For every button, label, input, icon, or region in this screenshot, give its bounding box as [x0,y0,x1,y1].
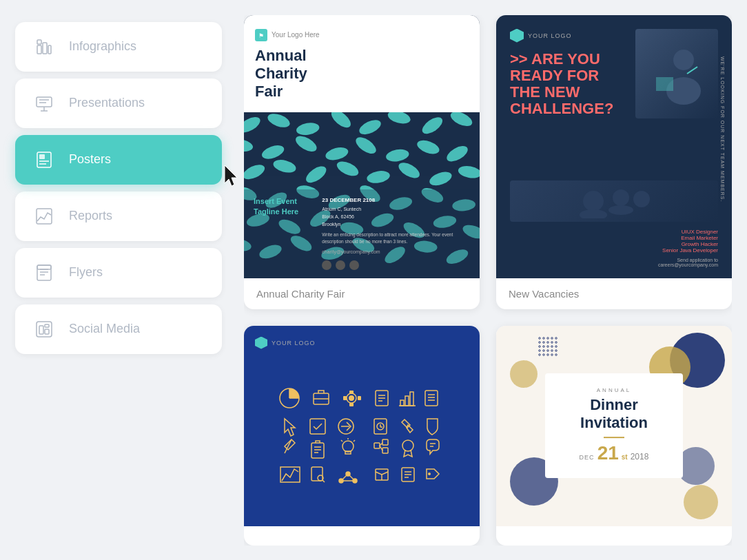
svg-point-37 [324,145,349,162]
svg-point-40 [416,138,441,156]
svg-point-33 [449,112,475,129]
svg-line-119 [341,440,342,442]
di-texture1 [538,336,558,357]
svg-rect-3 [48,45,51,54]
svg-marker-13 [225,165,237,186]
di-circle-4 [684,485,718,519]
svg-point-35 [260,143,285,161]
svg-rect-21 [39,326,43,334]
sidebar-item-label: Infographics [69,39,136,54]
svg-point-126 [402,440,413,451]
sidebar-item-label: Social Media [69,322,140,336]
di-date-row: DEC 21st 2018 [562,442,666,464]
card-business-icons[interactable]: YOUR LOGO [244,326,480,546]
sidebar-item-flyers[interactable]: Flyers [15,248,222,298]
svg-rect-98 [400,400,404,406]
charity-logo-text: Your Logo Here [272,31,320,39]
svg-rect-76 [656,77,673,91]
card-image-charity: ⚑ Your Logo Here Annual Charity Fair [244,15,480,278]
svg-rect-123 [382,448,388,453]
svg-point-36 [293,133,319,154]
svg-point-49 [458,164,480,179]
svg-text:⚑: ⚑ [258,32,264,39]
card-image-vacancies: YOUR LOGO >> ARE YOU READY FOR THE NEW C… [496,15,732,278]
svg-rect-100 [410,392,413,406]
nv-roles: UIUX Designer Email Marketer Growth Hack… [510,229,718,253]
svg-rect-2 [43,43,47,54]
svg-line-136 [341,474,348,481]
svg-point-34 [244,138,254,153]
svg-point-32 [420,114,445,136]
sidebar-item-presentations[interactable]: Presentations [15,79,222,128]
nv-side-text: WE'RE LOOKING FOR OUR NEXT TEAM MEMBERS. [720,56,725,202]
svg-rect-14 [37,209,52,224]
svg-rect-93 [343,396,347,400]
card-image-business: YOUR LOGO [244,326,480,526]
cursor-pointer [222,164,243,191]
svg-point-26 [244,114,263,135]
card-label-vacancies: New Vacancies [496,278,732,309]
di-circle-extra1 [510,360,538,388]
svg-rect-23 [45,324,49,327]
svg-rect-130 [311,467,323,481]
svg-rect-106 [310,419,325,434]
svg-rect-129 [280,467,300,482]
charity-city: Brooklyn [322,220,470,228]
svg-point-43 [272,157,298,174]
charity-email: charity@yourcompany.com [322,248,470,256]
poster-icon [32,147,57,172]
card-annual-charity-fair[interactable]: ⚑ Your Logo Here Annual Charity Fair [244,15,480,309]
bar-chart-icon [32,34,57,59]
charity-description: Write an enticing description to attract… [322,231,470,246]
flyers-icon [32,260,57,285]
charity-logo-icon: ⚑ [255,29,267,41]
business-icons-svg [272,381,451,491]
svg-point-82 [633,191,650,207]
svg-point-47 [396,159,422,180]
sidebar-item-posters[interactable]: Posters [15,135,222,185]
svg-point-80 [613,189,629,206]
bi-logo: YOUR LOGO [255,337,316,349]
di-annual-text: ANNUAL [562,387,666,393]
content-grid: ⚑ Your Logo Here Annual Charity Fair [244,15,732,546]
charity-title: Annual Charity Fair [255,47,469,101]
sidebar: Infographics Presentations [15,15,222,546]
svg-point-117 [342,441,354,452]
card-label-charity: Annual Charity Fair [244,278,480,309]
sidebar-item-label: Presentations [69,96,145,110]
svg-line-132 [323,480,325,482]
svg-point-42 [244,162,267,183]
charity-date: 23 DECEMBER 2108 [322,196,470,205]
svg-point-41 [444,143,471,164]
nv-apply-cta: Send application to careers@yourcompany.… [510,258,718,267]
sidebar-item-reports[interactable]: Reports [15,191,222,241]
bi-logo-text: YOUR LOGO [272,340,316,346]
card-new-vacancies[interactable]: YOUR LOGO >> ARE YOU READY FOR THE NEW C… [496,15,732,309]
svg-point-29 [329,112,354,131]
charity-venue: Atrium C, Suntech [322,205,470,213]
svg-rect-0 [37,40,41,44]
svg-point-89 [349,395,354,401]
svg-rect-92 [358,396,361,400]
sidebar-item-infographics[interactable]: Infographics [15,22,222,72]
card-dinner-invitation[interactable]: ANNUAL Dinner Invitation DEC 21st 2018 [496,326,732,546]
nv-bottom-photo [510,180,718,222]
svg-point-27 [266,112,291,130]
svg-point-31 [387,112,412,126]
card-image-dinner: ANNUAL Dinner Invitation DEC 21st 2018 [496,326,732,526]
svg-line-112 [285,439,291,453]
svg-rect-1 [37,45,41,54]
charity-tagline: Insert Event Tagline Here [254,196,315,216]
svg-line-137 [348,474,355,481]
svg-rect-4 [37,97,52,107]
social-icon [32,317,57,342]
di-divider [604,437,624,438]
nv-logo-hex [510,29,524,43]
card-label-business [244,526,480,546]
svg-rect-15 [37,265,51,280]
sidebar-item-social-media[interactable]: Social Media [15,304,222,354]
app-container: Infographics Presentations [15,15,732,546]
svg-rect-19 [37,265,51,269]
svg-rect-99 [405,396,409,406]
card-label-dinner [496,526,732,546]
